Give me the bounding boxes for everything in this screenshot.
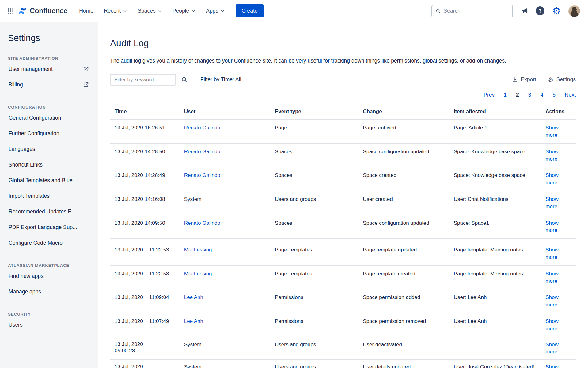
show-more-link[interactable]: Show more [545, 294, 559, 308]
time-date: 13 Jul, 2020 [115, 271, 143, 277]
cell-time: 13 Jul, 202011:09:04 [110, 294, 184, 301]
cell-time: 13 Jul, 202011:07:49 [110, 318, 184, 325]
show-more-link[interactable]: Show more [545, 318, 559, 332]
show-more-link[interactable]: Show more [545, 172, 559, 186]
show-more-link[interactable]: Show more [545, 247, 559, 260]
user-link[interactable]: Lee Anh [184, 294, 203, 300]
nav-item-home[interactable]: Home [79, 8, 93, 14]
sidebar-item-manage-apps[interactable]: Manage apps [8, 285, 90, 299]
cell-change: User deactivated [363, 341, 453, 348]
external-link-icon [83, 66, 89, 72]
avatar[interactable] [568, 5, 580, 17]
confluence-logo[interactable]: Confluence [18, 6, 67, 16]
show-more-link[interactable]: Show more [545, 149, 559, 162]
settings-sidebar: Settings SITE ADMINISTRATIONUser managem… [0, 22, 98, 368]
sidebar-item-label: Recommended Updates E... [9, 209, 76, 215]
nav-label: Spaces [138, 8, 155, 14]
pagination-page-3[interactable]: 3 [528, 92, 531, 98]
cell-user: System [184, 196, 275, 203]
user-link[interactable]: Renato Galindo [184, 125, 220, 131]
cell-actions: Show more [545, 341, 576, 356]
sidebar-item-user-management[interactable]: User management [8, 62, 90, 76]
app-switcher-button[interactable] [4, 5, 17, 17]
sidebar-item-general-configuration[interactable]: General Configuration [8, 111, 90, 125]
create-button[interactable]: Create [236, 4, 264, 17]
show-more-link[interactable]: Show more [545, 196, 559, 209]
show-more-link[interactable]: Show more [545, 220, 559, 233]
cell-event-type: Users and groups [275, 363, 363, 368]
pagination-page-4[interactable]: 4 [541, 92, 544, 98]
announcements-button[interactable] [521, 7, 528, 15]
table-row: 13 Jul, 202011:09:04Lee AnhPermissionsSp… [110, 289, 576, 313]
table-row: 13 Jul, 202005:00:28SystemUsers and grou… [110, 360, 576, 368]
nav-item-spaces[interactable]: Spaces [138, 8, 162, 14]
global-search [431, 5, 513, 17]
sidebar-item-import-templates[interactable]: Import Templates [8, 189, 90, 203]
user-link[interactable]: Mia Lessing [184, 271, 212, 277]
sidebar-item-recommended-updates-e[interactable]: Recommended Updates E... [8, 205, 90, 219]
show-more-link[interactable]: Show more [545, 271, 559, 284]
show-more-link[interactable]: Show more [545, 342, 559, 355]
pagination: Prev 1 2 3 4 5 Next [110, 92, 576, 98]
admin-settings-button[interactable]: ⚙ [552, 6, 561, 16]
nav-item-people[interactable]: People [173, 8, 196, 14]
show-more-link[interactable]: Show more [545, 364, 559, 368]
user-link[interactable]: Renato Galindo [184, 172, 220, 178]
cell-event-type: Spaces [275, 148, 363, 155]
user-link[interactable]: Mia Lessing [184, 247, 212, 253]
sidebar-item-find-new-apps[interactable]: Find new apps [8, 269, 90, 283]
filter-search-button[interactable] [181, 76, 188, 83]
sidebar-item-label: Shortcut Links [9, 162, 43, 168]
sidebar-section-heading: CONFIGURATION [8, 105, 90, 109]
time-filter[interactable]: Filter by Time: All [200, 76, 241, 83]
sidebar-section-heading: ATLASSIAN MARKETPLACE [8, 263, 90, 268]
nav-item-apps[interactable]: Apps [206, 8, 225, 14]
sidebar-item-languages[interactable]: Languages [8, 142, 90, 156]
show-more-link[interactable]: Show more [545, 125, 559, 138]
sidebar-item-global-templates-and-blue[interactable]: Global Templates and Blue... [8, 173, 90, 188]
sidebar-item-users[interactable]: Users [8, 318, 90, 332]
table-row: 13 Jul, 202011:07:49Lee AnhPermissionsSp… [110, 313, 576, 337]
sidebar-section-heading: SITE ADMINISTRATION [8, 56, 90, 61]
primary-nav: Home Recent Spaces People Apps [79, 8, 225, 14]
cell-time: 13 Jul, 202011:22:53 [110, 270, 184, 278]
help-button[interactable]: ? [536, 6, 544, 15]
user-link[interactable]: Lee Anh [184, 318, 203, 324]
sidebar-item-billing[interactable]: Billing [8, 78, 90, 92]
pagination-prev[interactable]: Prev [484, 92, 495, 98]
pagination-page-5[interactable]: 5 [552, 92, 556, 98]
keyword-filter-input[interactable] [110, 74, 176, 86]
user-link[interactable]: Renato Galindo [184, 220, 220, 226]
cell-event-type: Page Templates [275, 270, 363, 278]
sidebar-item-configure-code-macro[interactable]: Configure Code Macro [8, 236, 90, 250]
cell-user: System [184, 341, 275, 348]
sidebar-item-further-configuration[interactable]: Further Configuration [8, 126, 90, 141]
sidebar-item-label: Billing [9, 82, 23, 88]
audit-settings-button[interactable]: ⚙ Settings [548, 76, 576, 83]
cell-event-type: Permissions [275, 318, 363, 325]
cell-actions: Show more [545, 318, 576, 332]
app-name: Confluence [30, 7, 67, 15]
time-value: 14:28:50 [145, 149, 165, 155]
cell-change: Space created [363, 172, 453, 179]
sidebar-item-label: Find new apps [9, 273, 44, 279]
sidebar-item-pdf-export-language-sup[interactable]: PDF Export Language Sup... [8, 220, 90, 235]
cell-user: Renato Galindo [184, 220, 275, 227]
column-header-item-affected: Item affected [454, 108, 545, 115]
export-button[interactable]: Export [512, 76, 536, 83]
cell-item-affected: Page template: Meeting notes [454, 270, 545, 278]
nav-item-recent[interactable]: Recent [104, 8, 127, 14]
cell-change: Space configuration updated [363, 148, 453, 155]
time-value: 05:00:28 [115, 347, 179, 354]
megaphone-icon [521, 7, 528, 15]
user-link[interactable]: Renato Galindo [184, 149, 220, 155]
cell-actions: Show more [545, 246, 576, 261]
search-input[interactable] [443, 8, 509, 14]
pagination-next[interactable]: Next [565, 92, 576, 98]
cell-time: 13 Jul, 202005:00:28 [110, 341, 184, 354]
cell-item-affected: User: José Gonzalez (Deactivated) [454, 363, 545, 368]
sidebar-item-shortcut-links[interactable]: Shortcut Links [8, 158, 90, 172]
time-value: 11:22:53 [149, 247, 169, 253]
pagination-page-1[interactable]: 1 [504, 92, 507, 98]
table-row: 13 Jul, 202014:16:08SystemUsers and grou… [110, 191, 576, 215]
